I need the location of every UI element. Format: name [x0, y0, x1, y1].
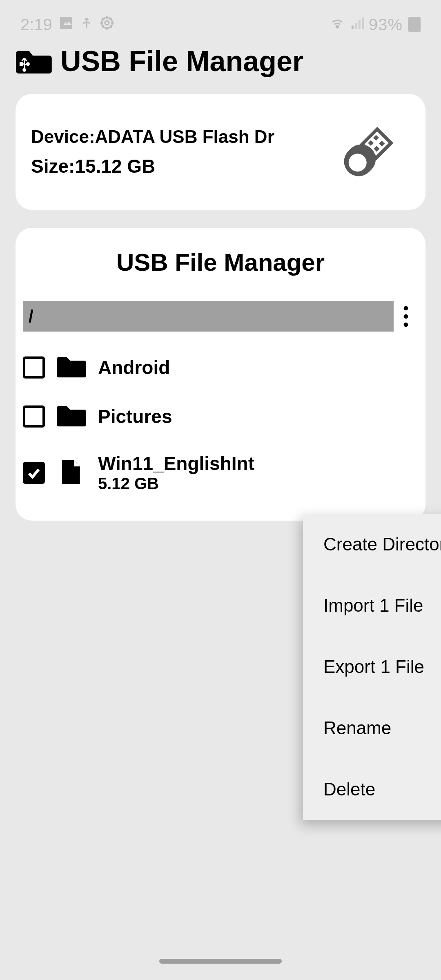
svg-point-18 [404, 306, 408, 310]
checkbox[interactable] [23, 356, 45, 379]
usb-icon [80, 15, 93, 35]
svg-point-2 [105, 21, 109, 25]
checkbox[interactable] [23, 405, 45, 428]
svg-point-19 [404, 314, 408, 318]
svg-point-20 [404, 322, 408, 327]
folder-icon [57, 403, 86, 430]
gear-icon [99, 15, 115, 35]
folder-usb-icon [16, 46, 52, 76]
file-name: Android [98, 356, 170, 379]
context-menu: Create Directory Import 1 File Export 1 … [303, 514, 441, 820]
signal-icon [350, 16, 365, 34]
svg-rect-7 [362, 17, 364, 29]
file-name: Pictures [98, 405, 172, 428]
usb-drive-icon [328, 110, 410, 194]
list-item[interactable]: Android [23, 343, 418, 392]
folder-icon [57, 354, 86, 381]
statusbar: 2:19 93% [0, 0, 441, 41]
svg-rect-6 [359, 20, 361, 29]
svg-point-8 [23, 69, 26, 71]
list-item[interactable]: Pictures [23, 392, 418, 441]
menu-rename[interactable]: Rename [303, 697, 441, 759]
svg-rect-5 [355, 23, 357, 29]
image-icon [58, 15, 74, 35]
svg-rect-0 [60, 17, 72, 29]
file-icon [57, 460, 86, 486]
file-name: Win11_EnglishInt [98, 452, 254, 474]
battery-icon [408, 17, 421, 32]
nav-handle[interactable] [159, 959, 282, 964]
device-card[interactable]: Device:ADATA USB Flash Dr Size:15.12 GB [16, 94, 425, 210]
app-header: USB File Manager [0, 41, 441, 94]
battery-percent: 93% [369, 16, 403, 34]
menu-import[interactable]: Import 1 File [303, 575, 441, 636]
device-name-row: Device:ADATA USB Flash Dr [31, 127, 274, 147]
more-button[interactable] [394, 305, 418, 327]
menu-create-directory[interactable]: Create Directory [303, 514, 441, 575]
device-size-row: Size:15.12 GB [31, 155, 274, 177]
wifi-icon [329, 16, 346, 34]
menu-delete[interactable]: Delete [303, 759, 441, 820]
file-size: 5.12 GB [98, 474, 254, 493]
panel-title: USB File Manager [16, 244, 425, 301]
menu-export[interactable]: Export 1 File [303, 636, 441, 697]
statusbar-time: 2:19 [20, 16, 52, 34]
path-bar[interactable]: / [23, 301, 394, 332]
svg-point-3 [336, 25, 338, 27]
svg-rect-4 [352, 25, 354, 29]
file-list: Android Pictures Win11_EnglishInt 5.12 G… [16, 332, 425, 504]
app-title: USB File Manager [60, 45, 303, 78]
checkbox[interactable] [23, 462, 45, 484]
file-panel: USB File Manager / Android Pictures [16, 228, 425, 521]
list-item[interactable]: Win11_EnglishInt 5.12 GB [23, 441, 418, 504]
